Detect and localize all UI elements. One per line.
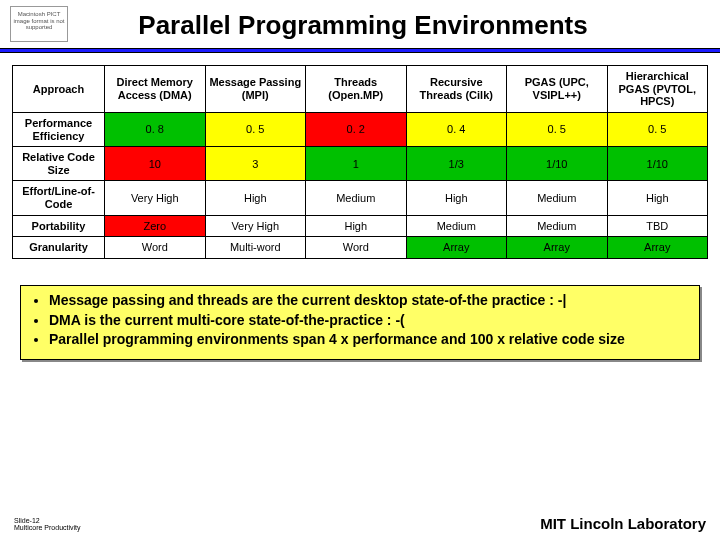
slide-footer: Slide-12 Multicore Productivity MIT Linc…: [0, 515, 720, 532]
table-cell: 0. 8: [105, 112, 206, 146]
table-row: GranularityWordMulti-wordWordArrayArrayA…: [13, 237, 708, 259]
comparison-table: Approach Direct Memory Access (DMA) Mess…: [12, 65, 708, 259]
footer-subtitle: Multicore Productivity: [14, 524, 81, 532]
table-cell: Multi-word: [205, 237, 306, 259]
table-cell: 0. 2: [306, 112, 407, 146]
col-header: Recursive Threads (Cilk): [406, 66, 507, 113]
table-corner: Approach: [13, 66, 105, 113]
col-header: Threads (Open.MP): [306, 66, 407, 113]
footer-org: MIT Lincoln Laboratory: [540, 515, 706, 532]
table-cell: High: [306, 215, 407, 237]
footer-left: Slide-12 Multicore Productivity: [14, 517, 81, 532]
table-cell: 1/10: [507, 147, 608, 181]
row-header: Performance Efficiency: [13, 112, 105, 146]
summary-bullet: Message passing and threads are the curr…: [49, 292, 689, 310]
table-cell: Medium: [306, 181, 407, 215]
table-cell: High: [205, 181, 306, 215]
col-header: Hierarchical PGAS (PVTOL, HPCS): [607, 66, 708, 113]
table-row: PortabilityZeroVery HighHighMediumMedium…: [13, 215, 708, 237]
table-cell: Very High: [205, 215, 306, 237]
table-cell: Very High: [105, 181, 206, 215]
table-cell: 0. 5: [507, 112, 608, 146]
table-row: Relative Code Size10311/31/101/10: [13, 147, 708, 181]
summary-bullet: DMA is the current multi-core state-of-t…: [49, 312, 689, 330]
table-cell: Medium: [507, 215, 608, 237]
table-body: Performance Efficiency0. 80. 50. 20. 40.…: [13, 112, 708, 258]
slide-number: Slide-12: [14, 517, 81, 525]
col-header: Direct Memory Access (DMA): [105, 66, 206, 113]
table-cell: 3: [205, 147, 306, 181]
table-cell: Medium: [507, 181, 608, 215]
table-cell: 1: [306, 147, 407, 181]
col-header: PGAS (UPC, VSIPL++): [507, 66, 608, 113]
table-cell: 0. 4: [406, 112, 507, 146]
table-cell: Medium: [406, 215, 507, 237]
title-rule: [0, 48, 720, 53]
summary-box: Message passing and threads are the curr…: [20, 285, 700, 360]
table-cell: 1/3: [406, 147, 507, 181]
summary-list: Message passing and threads are the curr…: [31, 292, 689, 349]
table-row: Effort/Line-of-CodeVery HighHighMediumHi…: [13, 181, 708, 215]
col-header: Message Passing (MPI): [205, 66, 306, 113]
pict-placeholder-icon: Macintosh PICT image format is not suppo…: [10, 6, 68, 42]
table-header-row: Approach Direct Memory Access (DMA) Mess…: [13, 66, 708, 113]
table-row: Performance Efficiency0. 80. 50. 20. 40.…: [13, 112, 708, 146]
slide-header: Macintosh PICT image format is not suppo…: [0, 0, 720, 42]
table-cell: Array: [406, 237, 507, 259]
table-cell: Array: [507, 237, 608, 259]
table-cell: Word: [306, 237, 407, 259]
table-cell: Array: [607, 237, 708, 259]
row-header: Granularity: [13, 237, 105, 259]
slide-title: Parallel Programming Environments: [76, 6, 710, 41]
row-header: Effort/Line-of-Code: [13, 181, 105, 215]
row-header: Relative Code Size: [13, 147, 105, 181]
table-cell: High: [607, 181, 708, 215]
summary-bullet: Parallel programming environments span 4…: [49, 331, 689, 349]
table-cell: Word: [105, 237, 206, 259]
table-cell: 1/10: [607, 147, 708, 181]
table-cell: TBD: [607, 215, 708, 237]
table-cell: High: [406, 181, 507, 215]
table-cell: 10: [105, 147, 206, 181]
table-cell: Zero: [105, 215, 206, 237]
table-cell: 0. 5: [205, 112, 306, 146]
table-cell: 0. 5: [607, 112, 708, 146]
row-header: Portability: [13, 215, 105, 237]
slide: Macintosh PICT image format is not suppo…: [0, 0, 720, 540]
